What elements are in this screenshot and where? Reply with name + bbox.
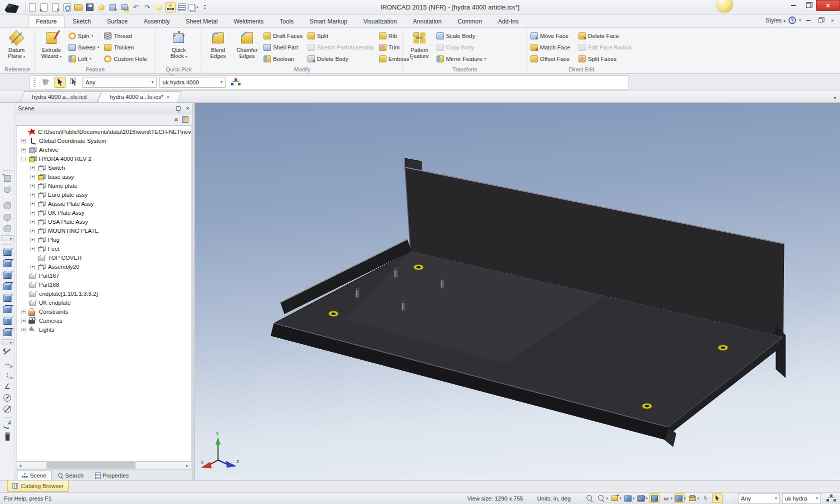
ribbon-tab[interactable]: Add-Ins [490,15,526,27]
toolbar-separator[interactable] [2,416,13,419]
mdi-close-button[interactable]: × [828,17,837,24]
scroll-left-icon[interactable]: ◂ [16,462,24,469]
expand-toggle[interactable]: + [30,202,35,206]
expand-toggle[interactable]: + [30,166,35,170]
ribbon-tab[interactable]: Visualization [356,15,405,27]
tree-item-label[interactable]: Aussie Plate Assy [48,201,94,207]
ribbon-tab[interactable]: Sketch [64,15,99,27]
help-icon[interactable]: ? [788,16,796,24]
tree-item-label[interactable]: Lights [39,327,54,333]
ribbon-tab[interactable]: Smart Markup [302,15,355,27]
toolbar-separator[interactable] [2,196,13,199]
view-back-icon[interactable] [2,270,13,280]
thicken-button[interactable]: Thicken [103,42,153,53]
render-mode-icon[interactable] [674,494,684,503]
tree-row[interactable]: + MOUNTING PLATE [16,226,191,235]
shaded-mode-icon[interactable] [649,494,660,503]
select-tool-icon[interactable] [712,494,722,503]
print3d-icon[interactable] [687,494,698,503]
tree-row[interactable]: + Name plate [16,181,191,190]
view-glasses-icon[interactable] [660,494,671,503]
tab-scene[interactable]: Scene [17,470,52,480]
tree-item-label[interactable]: Switch [48,165,65,171]
add-camera-icon[interactable] [610,494,620,503]
expand-toggle[interactable]: + [30,247,35,251]
assembly-structure-icon[interactable] [826,494,836,503]
orbit-camera-icon[interactable] [636,494,646,503]
tree-row[interactable]: endplate[1.101.1.3.3.2] [16,289,191,298]
stretch-part-button[interactable]: Stretch Part/Assembly [306,42,376,53]
redo-icon[interactable]: ↷ [142,2,152,12]
layers-icon[interactable]: ▾ [188,2,198,12]
tree-item-label[interactable]: USA Plate Assy [48,219,88,225]
dimension-vertical-icon[interactable] [2,370,13,380]
ribbon-tab[interactable]: Surface [99,15,136,27]
tree-row[interactable]: + Aussie Plate Assy [16,199,191,208]
tree-row[interactable]: + Feet [16,244,191,253]
delete-face-button[interactable]: Delete Face [578,30,634,41]
view-iso-icon[interactable] [2,247,13,257]
light-bulb-icon[interactable] [154,2,164,12]
measure-radius-icon[interactable] [2,393,13,403]
intersect-icon[interactable] [2,201,13,211]
horizontal-scrollbar[interactable]: ◂ ▸ [16,462,192,469]
collapse-handle[interactable] [1,235,14,241]
tab-properties[interactable]: Properties [90,470,134,480]
draft-faces-button[interactable]: Draft Faces [262,30,304,41]
tree-item-label[interactable]: Cameras [39,318,62,324]
tree-item-label[interactable]: Part167 [39,273,59,279]
tree-item-label[interactable]: HYDRA 4000 REV 2 [39,156,92,162]
tree-item-label[interactable]: Plug [48,237,60,243]
custom-hole-button[interactable]: Custom Hole [103,54,153,64]
extrude-wizard-button[interactable]: Extrude Wizard ▾ [36,29,66,66]
status-catalog-select[interactable]: uk hydra▾ [782,493,821,504]
render-icon[interactable] [96,2,106,12]
expand-toggle[interactable]: + [22,328,26,332]
clear-filter-icon[interactable]: × [174,116,178,123]
tree-item-label[interactable]: UK endplate [39,300,70,306]
measure-distance-icon[interactable] [2,347,13,357]
datum-plane-button[interactable]: Datum Plane ▾ [2,29,32,66]
offset-face-button[interactable]: Offset Face [530,54,576,64]
tree-item-label[interactable]: Name plate [48,183,78,189]
list-view-icon[interactable] [177,2,187,12]
assembly-structure-icon[interactable] [230,78,240,87]
tree-row[interactable]: C:\Users\Public\Documents\data\2015\word… [16,127,191,136]
scroll-right-icon[interactable]: ▸ [184,462,191,469]
expand-toggle[interactable]: + [22,139,26,143]
mdi-minimize-button[interactable] [804,17,813,24]
minimize-button[interactable] [786,0,801,11]
expand-toggle[interactable]: + [30,211,35,215]
view-bottom-icon[interactable] [2,316,13,326]
pin-icon[interactable] [176,106,180,111]
restore-button[interactable] [801,0,816,11]
document-tab[interactable]: hydra 4000 a...le.ics*× [100,91,180,102]
union-icon[interactable] [2,224,13,234]
tree-row[interactable]: + Constraints [16,307,191,316]
annotation-text-icon[interactable] [2,420,13,430]
tree-row[interactable]: TOP COVER [16,253,191,262]
ribbon-tab[interactable]: Weldments [226,15,272,27]
tree-row[interactable]: Part167 [16,271,191,280]
measure-angle-icon[interactable] [2,381,13,391]
mirror-feature-button[interactable]: Mirror Feature▾ [436,54,504,64]
scene-browser-toggle-icon[interactable] [166,2,176,12]
toolbar-options-icon[interactable]: ▾ [200,2,210,12]
undo-icon[interactable]: ↶ [131,2,141,12]
ribbon-tab[interactable]: Sheet Metal [178,15,226,27]
delete-body-button[interactable]: Delete Body [306,54,376,64]
tree-item-label[interactable]: TOP COVER [48,255,82,261]
view-custom-icon[interactable] [2,328,13,338]
chamfer-edges-button[interactable]: Chamfer Edges [232,29,262,66]
move-face-button[interactable]: Move Face [530,30,576,41]
close-panel-icon[interactable]: × [186,106,190,111]
tree-row[interactable]: − HYDRA 4000 REV 2 [16,154,191,163]
locate-in-tree-icon[interactable] [182,116,188,123]
tree-item-label[interactable]: UK Plate Assy [48,210,84,216]
view-left-icon[interactable] [2,282,13,292]
document-tab[interactable]: hydra 4000 a...cle.icd [22,91,100,102]
scale-body-button[interactable]: Scale Body [436,30,504,41]
tree-row[interactable]: + base assy [16,172,191,181]
blend-edges-button[interactable]: Blend Edges [204,29,232,66]
tree-item-label[interactable]: Feet [48,246,60,252]
